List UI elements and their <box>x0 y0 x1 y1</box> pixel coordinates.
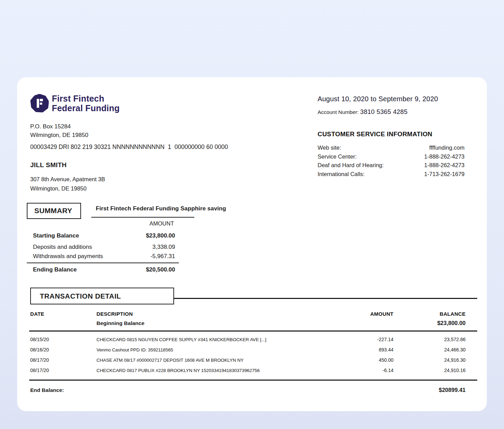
summary-title-underline <box>91 217 194 218</box>
table-rule-bottom <box>29 380 477 381</box>
beginning-balance-label: Beginning Balance <box>96 320 332 326</box>
account-number-value: 3810 5365 4285 <box>360 108 408 115</box>
cs-value: 1-888-262-4273 <box>424 152 465 161</box>
tx-description: CHECKCARD 0815 NGUYEN COFFEE SUPPLY #341… <box>96 337 332 342</box>
transaction-table-headers: DATE DESCRIPTION AMOUNT BALANCE <box>30 311 466 317</box>
summary-row-label: Starting Balance <box>33 232 79 239</box>
col-header-balance: BALANCE <box>393 311 466 317</box>
cs-label: Deaf and Hard of Hearing: <box>318 161 384 170</box>
customer-service-title: CUSTOMER SERVICE INFORMATION <box>318 130 432 138</box>
col-header-date: DATE <box>30 311 96 317</box>
recipient-name: JILL SMITH <box>30 161 67 169</box>
sender-address: P.O. Box 15284 Wilmington, DE 19850 <box>30 122 88 139</box>
cs-value: 1-713-262-1679 <box>424 170 465 179</box>
brand-name-line1: First Fintech <box>52 94 119 103</box>
brand-name-line2: Federal Funding <box>52 103 119 113</box>
summary-row-value: -5,967.31 <box>150 253 175 260</box>
transaction-section-heading: TRANSACTION DETAIL <box>30 288 174 304</box>
customer-service-row: Web site: ffffunding.com <box>318 143 465 152</box>
recipient-address-line1: 307 8th Avenue, Apatment 3B <box>30 175 105 184</box>
tx-description: CHECKCARD 0817 PUBLIX #228 BROOKLYN NY 1… <box>96 368 332 373</box>
col-header-amount: AMOUNT <box>332 311 393 317</box>
transaction-row: 08/17/20 CHECKCARD 0817 PUBLIX #228 BROO… <box>30 368 466 373</box>
cs-label: Service Center: <box>318 152 357 161</box>
cs-value: 1-888-262-4273 <box>424 161 465 170</box>
summary-row-deposits: Deposits and additions 3,338.09 <box>33 244 175 251</box>
transaction-row: 08/15/20 CHECKCARD 0815 NGUYEN COFFEE SU… <box>30 337 466 342</box>
summary-row-label: Withdrawals and payments <box>33 253 103 260</box>
tx-date: 08/15/20 <box>30 337 96 342</box>
statement-period: August 10, 2020 to September 9, 2020 <box>318 95 438 103</box>
summary-row-label: Deposits and additions <box>33 244 92 251</box>
transaction-row: 08/16/20 Venmo Cashout PPD ID: 359211856… <box>30 347 466 352</box>
end-balance-label: End Balance: <box>30 387 64 393</box>
tx-description: Venmo Cashout PPD ID: 3592118565 <box>96 347 332 352</box>
summary-row-withdrawals: Withdrawals and payments -5,967.31 <box>33 253 175 260</box>
transaction-title-line <box>174 298 477 299</box>
summary-row-label: Ending Balance <box>33 266 77 273</box>
customer-service-list: Web site: ffffunding.com Service Center:… <box>318 143 465 179</box>
tx-date: 08/16/20 <box>30 347 96 352</box>
tx-balance: 24,466.30 <box>393 347 466 352</box>
sender-po-box: P.O. Box 15284 <box>30 122 88 131</box>
table-rule-top <box>29 331 477 332</box>
cs-label: International Calls: <box>318 170 365 179</box>
summary-amount-header: AMOUNT <box>134 220 189 227</box>
customer-service-row: Service Center: 1-888-262-4273 <box>318 152 465 161</box>
recipient-address: 307 8th Avenue, Apatment 3B Wilmington, … <box>30 175 105 193</box>
beginning-balance-row: Beginning Balance $23,800.00 <box>30 320 466 326</box>
col-header-description: DESCRIPTION <box>96 311 332 317</box>
summary-section-heading: SUMMARY <box>27 203 81 219</box>
summary-divider <box>27 263 179 263</box>
recipient-address-line2: Wilmington, DE 19850 <box>30 184 105 193</box>
tx-description: CHASE ATM 08/17 #000002717 DEPOSIT 1608 … <box>96 358 332 363</box>
tx-balance: 24,916.30 <box>393 357 466 363</box>
cs-value: ffffunding.com <box>429 143 465 152</box>
tx-amount: 893.44 <box>332 347 393 352</box>
transaction-row: 08/17/20 CHASE ATM 08/17 #000002717 DEPO… <box>30 357 466 363</box>
tx-amount: -6.14 <box>332 368 393 373</box>
tx-date: 08/17/20 <box>30 357 96 363</box>
summary-account-title: First Fintech Federal Funding Sapphire s… <box>96 205 226 212</box>
statement-card: First Fintech Federal Funding P.O. Box 1… <box>17 77 487 411</box>
account-number-label: Account Number: <box>318 109 360 115</box>
brand-logo-icon <box>30 94 49 113</box>
cs-label: Web site: <box>318 143 341 152</box>
tx-balance: 23,572.86 <box>393 337 466 342</box>
brand-logo: First Fintech Federal Funding <box>30 94 119 113</box>
end-balance-value: $20899.41 <box>439 387 466 393</box>
customer-service-row: Deaf and Hard of Hearing: 1-888-262-4273 <box>318 161 465 170</box>
mail-code-line: 00003429 DRI 802 219 30321 NNNNNNNNNNNN … <box>30 143 228 151</box>
summary-row-starting-balance: Starting Balance $23,800.00 <box>33 232 175 239</box>
sender-city: Wilmington, DE 19850 <box>30 131 88 139</box>
tx-amount: -227.14 <box>332 337 393 342</box>
tx-balance: 24,910.16 <box>393 368 466 373</box>
beginning-balance-value: $23,800.00 <box>393 320 466 326</box>
summary-row-value: 3,338.09 <box>152 244 175 251</box>
account-number-row: Account Number: 3810 5365 4285 <box>318 108 408 116</box>
customer-service-row: International Calls: 1-713-262-1679 <box>318 170 465 179</box>
summary-row-value: $20,500.00 <box>146 266 175 273</box>
tx-date: 08/17/20 <box>30 368 96 373</box>
tx-amount: 450.00 <box>332 357 393 363</box>
brand-name: First Fintech Federal Funding <box>52 94 119 113</box>
summary-row-ending-balance: Ending Balance $20,500.00 <box>33 266 175 273</box>
summary-row-value: $23,800.00 <box>146 232 175 239</box>
